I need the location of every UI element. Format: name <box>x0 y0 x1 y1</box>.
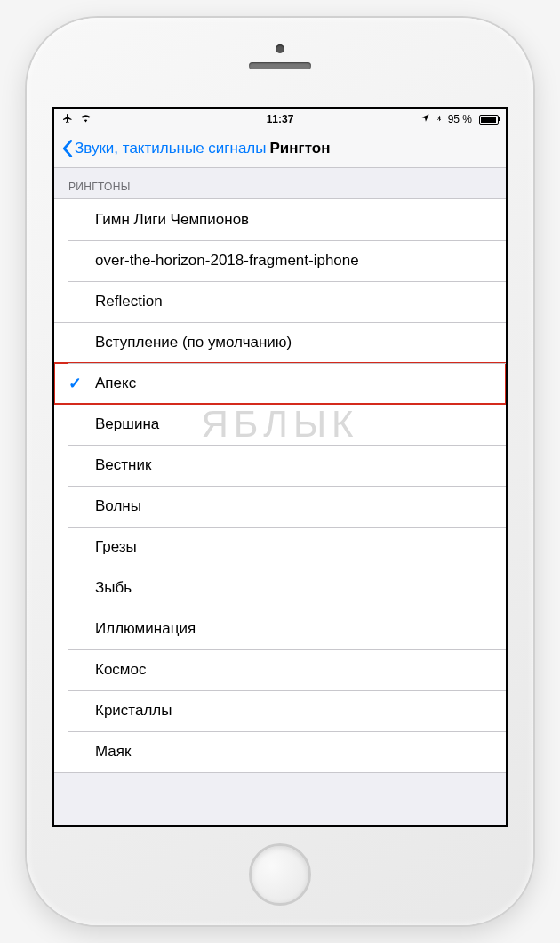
ringtone-cell[interactable]: Вступление (по умолчанию) <box>54 322 506 363</box>
ringtone-cell[interactable]: Иллюминация <box>54 609 506 649</box>
ringtone-label: Маяк <box>95 743 131 761</box>
ringtone-cell[interactable]: ✓Апекс <box>54 363 506 404</box>
ringtone-cell[interactable]: Маяк <box>54 731 506 772</box>
ringtone-cell[interactable]: Вершина <box>54 404 506 445</box>
ringtone-label: Гимн Лиги Чемпионов <box>95 211 249 229</box>
phone-frame: 11:37 95 % Звуки, тактильные сигналы <box>27 18 533 925</box>
ringtone-label: Грезы <box>95 538 137 556</box>
section-header-ringtones: РИНГТОНЫ <box>54 168 506 198</box>
ringtone-label: Reflection <box>95 293 163 310</box>
back-label: Звуки, тактильные сигналы <box>75 140 267 157</box>
ringtone-cell[interactable]: Зыбь <box>54 568 506 609</box>
page-title: Рингтон <box>270 140 331 157</box>
ringtone-label: Вступление (по умолчанию) <box>95 334 292 351</box>
bluetooth-icon <box>436 113 443 126</box>
ringtone-cell[interactable]: Reflection <box>54 281 506 322</box>
status-time: 11:37 <box>267 113 294 125</box>
ringtone-label: over-the-horizon-2018-fragment-iphone <box>95 252 359 270</box>
battery-icon <box>477 115 499 125</box>
ringtone-cell[interactable]: Грезы <box>54 527 506 568</box>
ringtone-label: Иллюминация <box>95 620 196 638</box>
back-button[interactable]: Звуки, тактильные сигналы <box>61 139 267 158</box>
battery-percent: 95 % <box>448 113 472 125</box>
checkmark-icon: ✓ <box>68 374 82 393</box>
navigation-bar: Звуки, тактильные сигналы Рингтон <box>54 129 506 168</box>
ringtone-cell[interactable]: Вестник <box>54 445 506 486</box>
chevron-left-icon <box>61 139 73 158</box>
ringtone-cell[interactable]: Волны <box>54 486 506 527</box>
earpiece-speaker <box>249 62 311 69</box>
ringtone-label: Кристаллы <box>95 702 172 720</box>
ringtone-label: Вершина <box>95 415 159 433</box>
ringtone-label: Зыбь <box>95 579 132 597</box>
ringtone-label: Космос <box>95 661 147 679</box>
ringtone-list: Гимн Лиги Чемпионовover-the-horizon-2018… <box>54 198 506 773</box>
ringtone-label: Вестник <box>95 456 151 474</box>
home-button[interactable] <box>249 843 311 906</box>
status-bar: 11:37 95 % <box>54 109 506 129</box>
ringtone-label: Апекс <box>95 375 136 392</box>
wifi-icon <box>79 113 92 126</box>
airplane-mode-icon <box>61 113 74 126</box>
location-icon <box>420 113 430 125</box>
ringtone-cell[interactable]: Кристаллы <box>54 690 506 731</box>
screen: 11:37 95 % Звуки, тактильные сигналы <box>52 107 508 827</box>
ringtone-cell[interactable]: Гимн Лиги Чемпионов <box>54 199 506 240</box>
ringtone-cell[interactable]: over-the-horizon-2018-fragment-iphone <box>54 240 506 281</box>
ringtone-label: Волны <box>95 497 141 515</box>
front-camera <box>276 44 284 53</box>
ringtone-cell[interactable]: Космос <box>54 649 506 690</box>
